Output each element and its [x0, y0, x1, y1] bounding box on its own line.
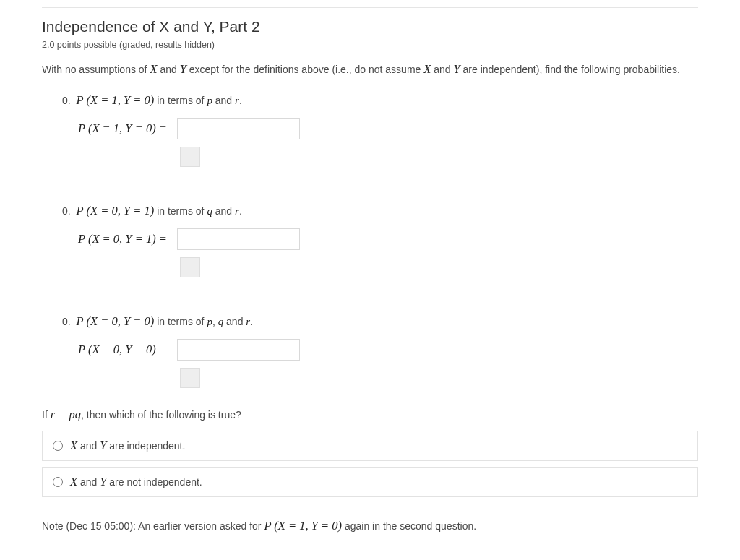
question-1-preview-box [180, 147, 200, 167]
question-2-preview-row: P (X = 0, Y = 1) = [78, 257, 698, 281]
divider [42, 7, 698, 8]
question-2-input[interactable] [177, 228, 300, 250]
mc-option-1-radio[interactable] [53, 441, 63, 451]
question-3-answer-row: P (X = 0, Y = 0) = [78, 339, 698, 361]
question-1-label: P (X = 1, Y = 0) = [78, 121, 167, 136]
question-1: 0. P (X = 1, Y = 0) in terms of p and r.… [62, 93, 698, 171]
mc-option-2-label: X and Y are not independent. [70, 475, 202, 489]
question-3-preview-box [180, 368, 200, 388]
question-2-answer-row: P (X = 0, Y = 1) = [78, 228, 698, 250]
question-1-preview-row: P (X = 1, Y = 0) = [78, 147, 698, 171]
mc-option-2[interactable]: X and Y are not independent. [42, 467, 698, 497]
question-1-prompt: 0. P (X = 1, Y = 0) in terms of p and r. [62, 93, 698, 108]
question-2-preview-box [180, 257, 200, 277]
question-3-prompt: 0. P (X = 0, Y = 0) in terms of p, q and… [62, 314, 698, 329]
question-3: 0. P (X = 0, Y = 0) in terms of p, q and… [62, 314, 698, 392]
intro-text: With no assumptions of X and Y except fo… [42, 60, 698, 79]
question-2-label: P (X = 0, Y = 1) = [78, 232, 167, 246]
question-1-answer-row: P (X = 1, Y = 0) = [78, 118, 698, 139]
points-line: 2.0 points possible (graded, results hid… [42, 40, 698, 50]
mc-prompt: If r = pq, then which of the following i… [42, 408, 698, 422]
question-1-input[interactable] [177, 118, 300, 139]
problem-container: Independence of X and Y, Part 2 2.0 poin… [0, 0, 740, 548]
mc-option-1-label: X and Y are independent. [70, 439, 185, 453]
footnote: Note (Dec 15 05:00): An earlier version … [42, 519, 698, 533]
question-3-preview-row: P (X = 0, Y = 0) = [78, 368, 698, 392]
question-2: 0. P (X = 0, Y = 1) in terms of q and r.… [62, 204, 698, 281]
mc-option-2-radio[interactable] [53, 477, 63, 487]
question-2-prompt: 0. P (X = 0, Y = 1) in terms of q and r. [62, 204, 698, 218]
question-3-label: P (X = 0, Y = 0) = [78, 343, 167, 357]
question-3-input[interactable] [177, 339, 300, 361]
problem-title: Independence of X and Y, Part 2 [42, 18, 698, 35]
mc-option-1[interactable]: X and Y are independent. [42, 431, 698, 461]
